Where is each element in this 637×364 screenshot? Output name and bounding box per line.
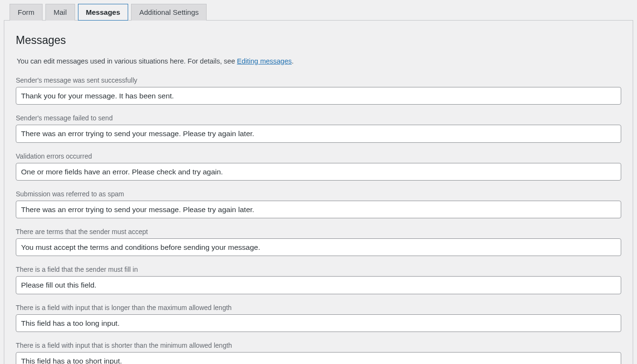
label-required: There is a field that the sender must fi… — [16, 266, 621, 273]
input-too-long[interactable] — [16, 314, 621, 332]
label-sent-ok: Sender's message was sent successfully — [16, 76, 621, 84]
field-accept-terms: There are terms that the sender must acc… — [16, 228, 621, 256]
intro-suffix: . — [292, 57, 294, 65]
input-required[interactable] — [16, 276, 621, 294]
label-spam: Submission was referred to as spam — [16, 190, 621, 198]
field-sent-ng: Sender's message failed to send — [16, 114, 621, 142]
field-required: There is a field that the sender must fi… — [16, 266, 621, 294]
intro-text: You can edit messages used in various si… — [17, 57, 621, 65]
editing-messages-link[interactable]: Editing messages — [237, 57, 292, 65]
input-accept-terms[interactable] — [16, 238, 621, 256]
field-sent-ok: Sender's message was sent successfully — [16, 76, 621, 105]
label-too-long: There is a field with input that is long… — [16, 304, 621, 311]
input-validation-error[interactable] — [16, 163, 621, 181]
tab-mail[interactable]: Mail — [45, 4, 75, 21]
label-accept-terms: There are terms that the sender must acc… — [16, 228, 621, 236]
section-heading: Messages — [16, 34, 621, 47]
messages-panel: Messages You can edit messages used in v… — [4, 20, 633, 364]
tab-messages[interactable]: Messages — [78, 4, 129, 21]
tab-additional-settings[interactable]: Additional Settings — [131, 4, 207, 21]
label-validation-error: Validation errors occurred — [16, 152, 621, 160]
label-too-short: There is a field with input that is shor… — [16, 342, 621, 349]
intro-prefix: You can edit messages used in various si… — [17, 57, 237, 65]
input-spam[interactable] — [16, 201, 621, 218]
tab-bar: Form Mail Messages Additional Settings — [4, 4, 633, 21]
input-too-short[interactable] — [16, 352, 621, 364]
field-too-short: There is a field with input that is shor… — [16, 342, 621, 364]
field-spam: Submission was referred to as spam — [16, 190, 621, 218]
input-sent-ng[interactable] — [16, 125, 621, 142]
field-validation-error: Validation errors occurred — [16, 152, 621, 181]
label-sent-ng: Sender's message failed to send — [16, 114, 621, 122]
field-too-long: There is a field with input that is long… — [16, 304, 621, 332]
input-sent-ok[interactable] — [16, 87, 621, 105]
tab-form[interactable]: Form — [10, 4, 43, 21]
